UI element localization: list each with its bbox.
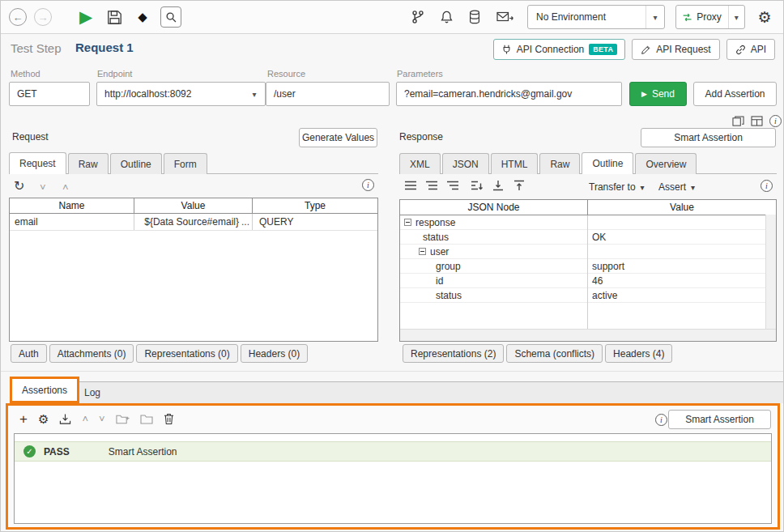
move-assertion-down-button[interactable]: ˅ xyxy=(99,414,105,424)
parameters-field[interactable]: ?email=cameran.hendricks@gmail.gov xyxy=(396,82,622,106)
chevron-down-icon: ▾ xyxy=(729,13,744,22)
param-value-cell: ${Data Source#email} ... xyxy=(134,214,253,230)
run-button[interactable]: ▶ xyxy=(75,6,96,28)
tab-label: Form xyxy=(174,159,197,170)
settings-button[interactable]: ⚙ xyxy=(754,6,775,28)
collapse-toggle-icon[interactable] xyxy=(404,219,411,226)
api-label: API xyxy=(751,44,766,55)
expand-level-button[interactable] xyxy=(425,180,438,191)
assertions-toolbar: + ⚙ ˄ ˅ xyxy=(19,412,174,426)
add-assertion-button[interactable]: Add Assertion xyxy=(693,82,777,106)
grid-view-button[interactable] xyxy=(751,116,763,126)
environment-select[interactable]: No Environment ▾ xyxy=(527,5,665,29)
tab-auth[interactable]: Auth xyxy=(11,344,47,363)
request-info-icon[interactable]: i xyxy=(362,179,374,191)
response-tab-overview[interactable]: Overview xyxy=(635,153,697,174)
forward-button[interactable]: → xyxy=(34,8,52,26)
response-tabs: XML JSON HTML Raw Outline Overview xyxy=(399,152,697,174)
method-field[interactable]: GET xyxy=(9,82,90,106)
tab-headers-response[interactable]: Headers (4) xyxy=(605,344,672,363)
tab-headers-request[interactable]: Headers (0) xyxy=(241,344,308,363)
expand-value-button[interactable]: ... xyxy=(239,216,252,228)
data-sources-button[interactable] xyxy=(464,6,485,28)
request-tab-outline[interactable]: Outline xyxy=(110,153,162,174)
back-button[interactable]: ← xyxy=(9,8,27,26)
save-button[interactable] xyxy=(104,6,125,28)
param-collapse-button[interactable]: ˄ xyxy=(62,182,69,193)
request-tab-request[interactable]: Request xyxy=(9,152,66,174)
vertical-scrollbar[interactable] xyxy=(765,215,776,329)
node-label: id xyxy=(436,275,443,287)
response-tab-outline[interactable]: Outline xyxy=(582,152,633,174)
info-glyph: i xyxy=(774,117,777,126)
share-button[interactable] xyxy=(492,6,517,28)
outline-row-status-2[interactable]: status active xyxy=(400,288,776,303)
open-in-window-button[interactable] xyxy=(732,116,744,127)
api-connection-button[interactable]: API Connection BETA xyxy=(493,39,625,60)
add-assertion-icon-button[interactable]: + xyxy=(19,412,28,426)
panel-info-icon[interactable]: i xyxy=(769,115,782,127)
col-value: Value xyxy=(134,198,253,213)
horizontal-scrollbar[interactable] xyxy=(400,329,776,341)
resource-field[interactable]: /user xyxy=(266,82,390,106)
delete-assertion-button[interactable] xyxy=(164,413,174,425)
endpoint-label: Endpoint xyxy=(97,69,132,79)
add-group-button[interactable] xyxy=(116,414,130,425)
notifications-button[interactable] xyxy=(436,6,457,28)
response-tab-json[interactable]: JSON xyxy=(442,153,489,174)
node-label: status xyxy=(436,290,462,301)
tab-attachments[interactable]: Attachments (0) xyxy=(49,344,134,363)
param-row[interactable]: email ${Data Source#email} ... QUERY xyxy=(10,214,377,231)
tab-representations-response[interactable]: Representations (2) xyxy=(403,344,504,363)
collapse-toggle-icon[interactable] xyxy=(419,248,426,255)
response-info-icon[interactable]: i xyxy=(761,180,773,192)
tab-representations-request[interactable]: Representations (0) xyxy=(136,344,237,363)
request-tab-raw[interactable]: Raw xyxy=(68,153,109,174)
assertion-row[interactable]: ✓ PASS Smart Assertion xyxy=(15,441,771,462)
smart-assertion-button[interactable]: Smart Assertion xyxy=(641,128,776,147)
import-assertions-button[interactable] xyxy=(59,413,71,425)
outline-row-id[interactable]: id 46 xyxy=(400,274,776,288)
assert-dropdown[interactable]: Assert ▾ xyxy=(658,181,695,193)
discover-button[interactable] xyxy=(160,6,181,28)
assertion-settings-button[interactable]: ⚙ xyxy=(38,413,49,425)
scroll-to-top-button[interactable] xyxy=(513,180,526,191)
expand-node-button[interactable] xyxy=(471,180,484,191)
expand-all-button[interactable] xyxy=(446,180,459,191)
response-tab-xml[interactable]: XML xyxy=(399,153,441,174)
proxy-icon xyxy=(682,11,692,23)
tab-log[interactable]: Log xyxy=(74,381,784,403)
ungroup-button[interactable] xyxy=(140,414,153,425)
chevron-up-icon: ˄ xyxy=(62,181,69,194)
beta-badge: BETA xyxy=(589,44,617,55)
outline-row-group[interactable]: group support xyxy=(400,259,776,274)
outline-row-status[interactable]: status OK xyxy=(400,230,776,245)
request-tab-form[interactable]: Form xyxy=(164,153,207,174)
move-assertion-up-button[interactable]: ˄ xyxy=(82,414,88,424)
tab-schema[interactable]: Schema (conflicts) xyxy=(506,344,603,363)
response-tab-html[interactable]: HTML xyxy=(491,153,539,174)
param-dropdown-button[interactable]: ˅ xyxy=(40,182,46,193)
response-bottom-tabs: Representations (2) Schema (conflicts) H… xyxy=(403,344,672,363)
response-tab-raw[interactable]: Raw xyxy=(539,153,580,174)
proxy-select[interactable]: Proxy ▾ xyxy=(675,5,745,29)
tab-assertions[interactable]: Assertions xyxy=(10,377,79,403)
collapse-all-button[interactable] xyxy=(404,180,417,191)
outline-row-response[interactable]: response xyxy=(400,215,776,230)
generate-values-button[interactable]: Generate Values xyxy=(299,128,377,147)
api-button[interactable]: API xyxy=(726,39,775,60)
refresh-values-button[interactable]: ↻ xyxy=(14,178,24,194)
tab-label: Representations (2) xyxy=(411,348,496,360)
api-request-button[interactable]: API Request xyxy=(632,39,719,60)
transfer-to-dropdown[interactable]: Transfer to ▾ xyxy=(589,181,645,193)
assertions-smart-assertion-button[interactable]: Smart Assertion xyxy=(668,410,771,429)
chevron-down-icon: ▾ xyxy=(691,183,695,192)
send-button[interactable]: ▶ Send xyxy=(629,82,687,106)
outline-row-user[interactable]: user xyxy=(400,245,776,259)
scroll-to-bottom-button[interactable] xyxy=(492,180,505,191)
endpoint-select[interactable]: http://localhost:8092 ▾ xyxy=(96,82,266,106)
assertions-info-icon[interactable]: i xyxy=(655,414,667,426)
git-button[interactable] xyxy=(407,6,428,28)
testops-button[interactable]: ◆ xyxy=(132,6,153,28)
import-icon xyxy=(59,413,71,425)
